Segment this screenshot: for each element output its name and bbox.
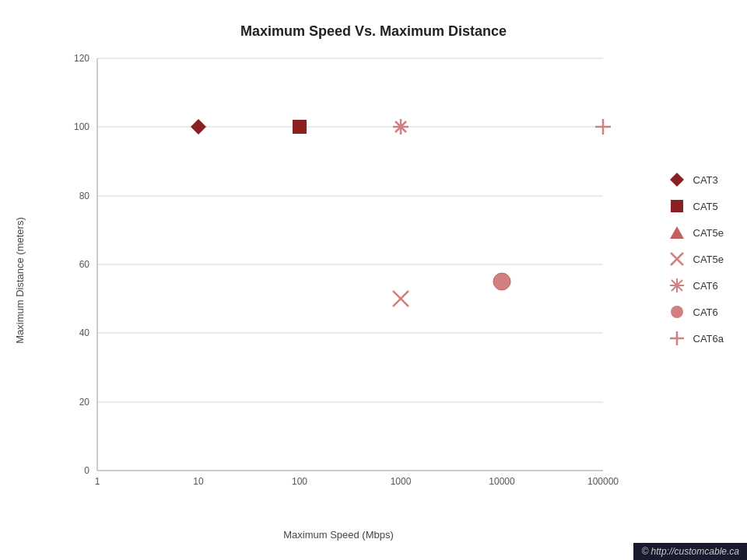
svg-marker-32 <box>670 226 684 239</box>
legend-cat3-label: CAT3 <box>693 174 718 186</box>
legend-cat5e-tri-label: CAT5e <box>693 227 724 239</box>
svg-text:0: 0 <box>84 465 89 476</box>
svg-text:120: 120 <box>74 53 89 64</box>
legend-cat5-icon <box>668 198 686 215</box>
legend-cat6-asterisk-icon <box>668 277 686 294</box>
svg-text:100: 100 <box>74 121 89 132</box>
chart-container: Maximum Speed Vs. Maximum Distance Maxim… <box>0 0 747 560</box>
cat5e-cross-point <box>393 291 409 306</box>
cat5-point <box>293 120 307 134</box>
legend-cat6a-plus-icon <box>668 330 686 347</box>
svg-rect-31 <box>671 200 683 212</box>
svg-text:100: 100 <box>292 476 307 487</box>
legend-cat5e-cross-label: CAT5e <box>693 254 724 265</box>
svg-text:80: 80 <box>79 191 90 201</box>
svg-text:20: 20 <box>79 397 90 408</box>
legend-cat5-label: CAT5 <box>693 201 718 212</box>
svg-text:60: 60 <box>79 259 90 270</box>
y-axis-label: Maximum Distance (meters) <box>12 51 27 509</box>
legend-cat5e-tri-icon <box>668 224 686 241</box>
legend: CAT3 CAT5 CAT5e <box>668 171 724 347</box>
legend-cat3: CAT3 <box>668 171 724 188</box>
legend-cat5: CAT5 <box>668 198 724 215</box>
legend-cat6-circle-label: CAT6 <box>693 306 718 318</box>
chart-svg: 0 20 40 60 80 100 120 1 <box>58 51 619 509</box>
svg-text:40: 40 <box>79 327 90 338</box>
legend-cat5e-cross-icon <box>668 250 686 268</box>
svg-point-39 <box>671 306 683 318</box>
svg-text:1000: 1000 <box>391 476 412 487</box>
x-axis-label: Maximum Speed (Mbps) <box>58 529 619 541</box>
chart-area: 0 20 40 60 80 100 120 1 <box>58 51 619 509</box>
chart-title: Maximum Speed Vs. Maximum Distance <box>0 0 747 40</box>
legend-cat6-asterisk: CAT6 <box>668 277 724 294</box>
cat5e-asterisk-point <box>393 119 409 135</box>
cat6-circle-point <box>493 273 510 290</box>
svg-text:10: 10 <box>193 476 204 487</box>
svg-marker-30 <box>670 173 684 187</box>
svg-text:100000: 100000 <box>587 476 619 487</box>
footer: © http://customcable.ca <box>633 543 747 560</box>
svg-text:1: 1 <box>95 476 100 487</box>
legend-cat5e-tri: CAT5e <box>668 224 724 241</box>
legend-cat3-icon <box>668 171 686 188</box>
cat6a-plus-point <box>595 119 611 135</box>
legend-cat6-circle: CAT6 <box>668 303 724 320</box>
legend-cat6-circle-icon <box>668 303 686 320</box>
cat3-point <box>191 119 206 135</box>
svg-text:10000: 10000 <box>489 476 515 487</box>
legend-cat5e-cross: CAT5e <box>668 250 724 268</box>
legend-cat6-asterisk-label: CAT6 <box>693 280 718 292</box>
legend-cat6a-plus-label: CAT6a <box>693 333 724 345</box>
legend-cat6a-plus: CAT6a <box>668 330 724 347</box>
